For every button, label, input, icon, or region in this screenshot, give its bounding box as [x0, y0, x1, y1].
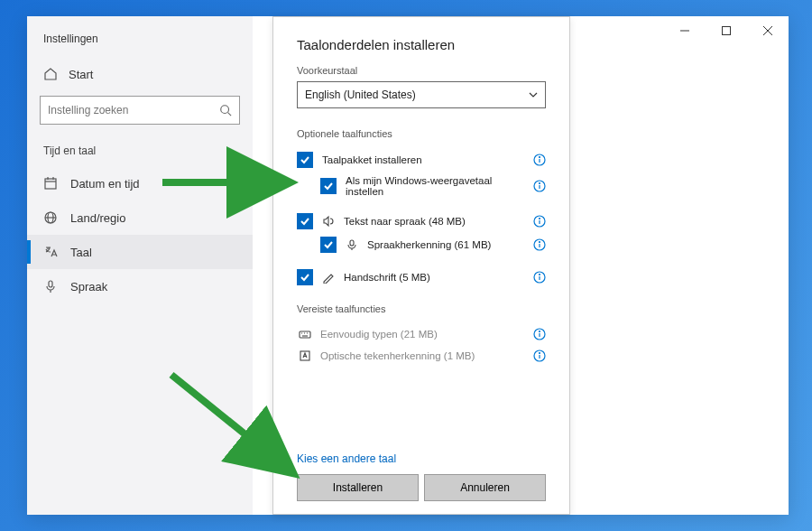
search-input[interactable]	[48, 104, 219, 116]
sidebar-item-label: Datum en tijd	[70, 177, 140, 191]
info-icon[interactable]	[533, 154, 546, 166]
svg-rect-13	[49, 281, 52, 287]
home-link[interactable]: Start	[27, 58, 253, 90]
sidebar-item-label: Land/regio	[70, 211, 125, 225]
checkbox-handwriting[interactable]	[297, 269, 313, 285]
install-button[interactable]: Installeren	[297, 474, 419, 501]
checkbox-tts[interactable]	[297, 213, 313, 229]
tts-icon	[322, 215, 335, 228]
sidebar-item-date-time[interactable]: Datum en tijd	[27, 166, 253, 200]
svg-point-37	[540, 331, 540, 332]
sidebar-item-label: Spraak	[70, 280, 107, 293]
globe-icon	[43, 210, 58, 225]
feature-label: Tekst naar spraak (48 MB)	[344, 216, 524, 227]
window-title: Instellingen	[27, 27, 253, 58]
language-icon	[43, 245, 58, 259]
pen-icon	[322, 271, 335, 284]
svg-point-4	[221, 106, 229, 114]
info-icon[interactable]	[533, 328, 546, 340]
svg-point-29	[540, 275, 540, 275]
checkbox-set-display[interactable]	[320, 178, 337, 194]
required-ocr: Optische tekenherkenning (1 MB)	[297, 345, 546, 367]
install-language-modal: Taalonderdelen installeren Voorkeurstaal…	[272, 16, 570, 515]
sidebar-item-region[interactable]: Land/regio	[27, 200, 253, 235]
sidebar-item-label: Taal	[70, 246, 92, 259]
microphone-icon	[43, 279, 58, 293]
modal-title: Taalonderdelen installeren	[297, 37, 546, 52]
cancel-button[interactable]: Annuleren	[424, 474, 546, 501]
sidebar-section-title: Tijd en taal	[27, 137, 253, 166]
svg-point-22	[540, 219, 540, 219]
info-icon[interactable]	[533, 238, 546, 251]
feature-set-display: Als mijn Windows-weergavetaal instellen	[297, 172, 546, 200]
ocr-icon	[299, 349, 311, 362]
feature-handwriting: Handschrift (5 MB)	[297, 266, 546, 289]
settings-window: Instellingen Start Tijd en taal Datum en…	[27, 16, 789, 515]
selected-language: English (United States)	[305, 88, 416, 101]
sidebar: Instellingen Start Tijd en taal Datum en…	[27, 16, 253, 515]
choose-other-language-link[interactable]: Kies een andere taal	[297, 452, 396, 465]
modal-footer: Kies een andere taal Installeren Annuler…	[297, 450, 546, 501]
feature-label: Handschrift (5 MB)	[344, 272, 524, 283]
chevron-down-icon	[529, 90, 538, 99]
svg-point-19	[540, 183, 540, 184]
required-features-heading: Vereiste taalfuncties	[297, 303, 546, 314]
feature-tts: Tekst naar spraak (48 MB)	[297, 210, 546, 233]
svg-line-5	[228, 113, 232, 116]
required-basic-typing: Eenvoudig typen (21 MB)	[297, 323, 546, 345]
sidebar-item-language[interactable]: Taal	[27, 235, 253, 269]
info-icon[interactable]	[533, 215, 546, 228]
feature-install-pack: Taalpakket installeren	[297, 148, 546, 172]
sidebar-item-speech[interactable]: Spraak	[27, 269, 253, 303]
feature-label: Eenvoudig typen (21 MB)	[320, 329, 524, 340]
info-icon[interactable]	[533, 180, 546, 192]
info-icon[interactable]	[533, 271, 546, 284]
optional-features-heading: Optionele taalfuncties	[297, 128, 546, 139]
home-icon	[43, 67, 58, 81]
search-box[interactable]	[40, 96, 240, 125]
keyboard-icon	[299, 328, 311, 340]
feature-label: Optische tekenherkenning (1 MB)	[320, 350, 524, 361]
svg-point-16	[540, 157, 540, 158]
main-area: Taalonderdelen installeren Voorkeurstaal…	[253, 16, 789, 515]
calendar-icon	[43, 176, 58, 191]
svg-point-26	[540, 242, 540, 243]
svg-point-41	[540, 353, 540, 354]
microphone-icon	[346, 238, 358, 251]
checkbox-speech-rec[interactable]	[320, 237, 337, 253]
search-icon	[219, 104, 232, 116]
feature-label: Taalpakket installeren	[322, 154, 524, 165]
info-icon[interactable]	[533, 349, 546, 362]
checkbox-install-pack[interactable]	[297, 152, 313, 168]
svg-rect-6	[45, 179, 56, 189]
language-dropdown[interactable]: English (United States)	[297, 81, 546, 108]
feature-label: Als mijn Windows-weergavetaal instellen	[346, 175, 524, 197]
svg-rect-23	[350, 240, 354, 246]
home-label: Start	[69, 68, 93, 81]
feature-label: Spraakherkenning (61 MB)	[367, 239, 524, 250]
preferred-language-label: Voorkeurstaal	[297, 65, 546, 76]
svg-rect-30	[300, 331, 310, 338]
feature-speech-rec: Spraakherkenning (61 MB)	[297, 233, 546, 256]
